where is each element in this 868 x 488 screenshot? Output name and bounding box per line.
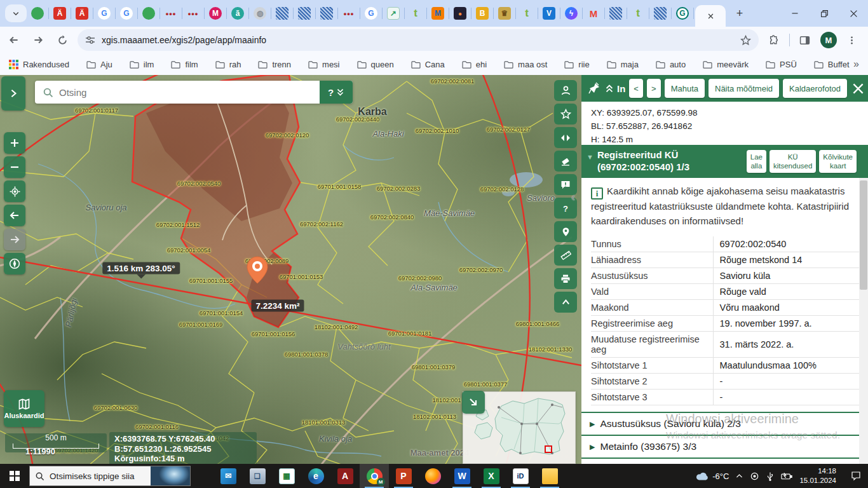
bookmark-folder[interactable]: meevärk [703, 60, 749, 69]
tab-google[interactable]: G [120, 7, 133, 20]
tab-g-circle[interactable]: G [676, 7, 689, 20]
taskbar-search[interactable]: Otsimiseks tippige siia [29, 466, 191, 486]
weather-widget[interactable]: -6°C [695, 471, 729, 481]
search-highlight-image[interactable] [151, 466, 190, 485]
usb-icon[interactable] [766, 471, 775, 481]
new-tab-button[interactable]: + [731, 4, 749, 22]
tab-green-circle[interactable] [31, 7, 44, 20]
tab-m-orange[interactable]: M [431, 7, 444, 20]
taskbar-spreadsheet-app[interactable]: ▦ [272, 464, 301, 488]
bookmark-folder[interactable]: ehi [462, 60, 487, 69]
taskbar-powerpoint-app[interactable]: P [389, 464, 418, 488]
tab-m-pink[interactable]: M [209, 7, 222, 20]
section-button-lae-alla[interactable]: Laealla [747, 150, 766, 173]
tab-close-icon[interactable] [707, 13, 714, 20]
tab-google[interactable]: G [98, 7, 111, 20]
panel-scrollbar-thumb[interactable] [860, 180, 867, 290]
active-tab[interactable] [695, 5, 726, 27]
bookmark-folder[interactable]: Cana [411, 60, 445, 69]
tab-waves[interactable] [320, 7, 333, 20]
tab-waves[interactable] [298, 7, 311, 20]
bookmark-folder[interactable]: mesi [308, 60, 339, 69]
tab-gmail[interactable]: M [587, 7, 600, 20]
tray-chevron-up-icon[interactable] [735, 472, 743, 480]
tab-v-blue[interactable]: V [543, 7, 555, 20]
taskbar-file-explorer[interactable] [535, 464, 564, 488]
basemap-button[interactable]: Aluskaardid [4, 390, 44, 427]
tab-a-teal[interactable]: ã [231, 7, 244, 20]
measure-button[interactable] [554, 245, 577, 266]
tab-t-green[interactable]: t [409, 7, 422, 20]
tab-messenger[interactable]: ϟ [565, 7, 578, 20]
tab-red-a[interactable]: Ä [76, 7, 88, 20]
tab-google[interactable]: G [365, 7, 377, 20]
bookmarks-overflow-icon[interactable]: » [853, 58, 859, 70]
start-button[interactable] [0, 464, 29, 488]
bookmark-folder[interactable]: trenn [258, 60, 291, 69]
taskbar-excel-app[interactable]: X [477, 464, 506, 488]
taskbar-chrome-browser[interactable]: M [360, 464, 389, 488]
onedrive-icon[interactable] [750, 471, 759, 481]
tab-waves[interactable] [276, 7, 288, 20]
history-back-button[interactable] [4, 205, 25, 226]
panel-button-kaldaerofotod[interactable]: Kaldaerofotod [783, 79, 847, 98]
extensions-icon[interactable] [764, 30, 783, 50]
tab-t-green[interactable]: t [520, 7, 533, 20]
taskbar-clock[interactable]: 14:18 15.01.2024 [799, 466, 836, 485]
marker-button[interactable] [554, 221, 577, 242]
bookmark-folder[interactable]: Aju [86, 60, 112, 69]
user-button[interactable] [554, 80, 577, 101]
collapsed-section[interactable]: ▶Asustusüksus (Savioru küla) 2/3 [581, 412, 859, 435]
reload-icon[interactable] [52, 30, 72, 50]
menu-kebab-icon[interactable] [842, 30, 861, 50]
chevron-double-down-icon[interactable] [336, 88, 344, 97]
tab-waves[interactable] [654, 7, 667, 20]
bookmark-folder[interactable]: auto [656, 60, 686, 69]
bookmark-folder[interactable]: maja [607, 60, 639, 69]
bookmark-folder[interactable]: riie [564, 60, 589, 69]
taskbar-mail-app[interactable]: ✉ [214, 464, 243, 488]
tab-green-circle[interactable] [142, 7, 155, 20]
favorites-button[interactable] [554, 104, 577, 125]
url-text[interactable]: xgis.maaamet.ee/xgis2/page/app/maainfo [102, 35, 266, 45]
collapse-toolbar-button[interactable] [554, 292, 577, 313]
bookmark-folder[interactable]: Buffet [814, 60, 850, 69]
tab-dots[interactable]: ••• [165, 7, 177, 20]
taskbar-digidoc-app[interactable]: iD [506, 464, 535, 488]
collapsed-section[interactable]: ▶Metainfo (393675) 3/3 [581, 435, 859, 459]
tab-dots[interactable]: ••• [187, 7, 200, 20]
bookmark-folder[interactable]: ilm [130, 60, 154, 69]
tab-coat-of-arms[interactable]: ♛ [498, 7, 511, 20]
layer-section-header[interactable]: ▼ Registreeritud KÜ (69702:002:0540) 1/3… [581, 145, 868, 178]
pushpin-icon[interactable] [588, 82, 600, 95]
tab-search-button[interactable] [5, 4, 27, 22]
address-bar[interactable]: xgis.maaamet.ee/xgis2/page/app/maainfo [78, 29, 759, 51]
locate-button[interactable] [4, 180, 25, 202]
bookmark-star-icon[interactable] [740, 35, 751, 46]
tab-t-green[interactable]: t [632, 7, 644, 20]
tab-waves[interactable] [609, 7, 622, 20]
map-canvas[interactable]: 69702:001:011769702:002:008169702:002:04… [0, 75, 581, 464]
zoom-out-button[interactable] [4, 156, 25, 178]
notification-center-icon[interactable] [844, 464, 868, 488]
tab-red-a[interactable]: Ä [53, 7, 66, 20]
prev-feature-button[interactable]: < [629, 79, 643, 98]
taskbar-firefox-browser[interactable] [418, 464, 447, 488]
panel-button-n-ita-m-tmeid[interactable]: Näita mõõtmeid [709, 79, 779, 98]
bookmark-folder[interactable]: film [171, 60, 198, 69]
eraser-button[interactable] [554, 151, 577, 172]
panel-button-mahuta[interactable]: Mahuta [665, 79, 705, 98]
compass-button[interactable] [4, 253, 25, 274]
taskbar-remote-desktop-app[interactable]: ❑ [243, 464, 272, 488]
tab-chart[interactable]: ↗ [387, 7, 400, 20]
print-button[interactable] [554, 268, 577, 289]
forward-icon[interactable] [28, 30, 48, 50]
chevrons-up-icon[interactable] [604, 83, 614, 93]
overview-toggle-button[interactable] [462, 391, 485, 414]
tab-flame[interactable]: ● [454, 7, 466, 20]
close-panel-icon[interactable] [852, 83, 864, 95]
bookmark-apps[interactable]: Rakendused [9, 60, 69, 69]
panel-collapse-handle[interactable]: ‹ [571, 191, 575, 204]
compare-button[interactable] [554, 127, 577, 148]
restore-icon[interactable] [810, 0, 839, 27]
